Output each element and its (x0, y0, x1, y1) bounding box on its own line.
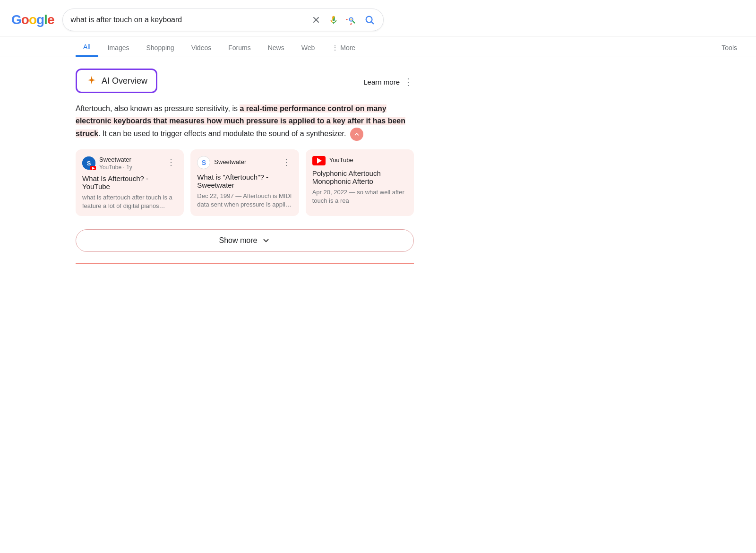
source-age-1: 1y (126, 164, 132, 171)
sweetwater-s-logo: S (197, 156, 210, 169)
collapse-button[interactable] (350, 128, 363, 141)
card-source-info-1: S Sweetwater YouTube · 1y (82, 156, 132, 171)
card-source-info-2: S Sweetwater (197, 156, 246, 169)
card-snippet-3: Apr 20, 2022 — so what well after touch … (312, 188, 407, 205)
tab-all[interactable]: All (76, 38, 98, 57)
youtube-logo (312, 156, 326, 165)
tab-news[interactable]: News (260, 39, 292, 56)
search-button[interactable] (363, 14, 376, 26)
card-snippet-2: Dec 22, 1997 — Aftertouch is MIDI data s… (197, 192, 292, 209)
bottom-divider (76, 263, 414, 264)
ai-spark-icon (86, 75, 98, 87)
card-menu-1[interactable]: ⋮ (165, 156, 177, 168)
chevron-up-icon (353, 131, 360, 138)
lens-button[interactable] (345, 14, 358, 26)
yt-play-icon (317, 158, 322, 164)
tab-more-label: More (340, 44, 355, 52)
card-snippet-1: what is aftertouch after touch is a feat… (82, 193, 177, 210)
lens-icon (346, 15, 357, 25)
card-source-info-3: YouTube (312, 156, 353, 165)
svg-point-3 (351, 18, 352, 20)
google-logo[interactable]: Google (11, 12, 54, 27)
learn-more-link[interactable]: Learn more (363, 78, 400, 86)
source-card-3[interactable]: YouTube Polyphonic Aftertouch Monophonic… (306, 149, 414, 216)
card-source-text-3: YouTube (329, 156, 353, 164)
ai-content-text: Aftertouch, also known as pressure sensi… (76, 103, 414, 141)
search-icons (310, 14, 376, 26)
source-meta-1: YouTube · 1y (99, 164, 132, 171)
source-name-1: Sweetwater (99, 156, 132, 164)
header: Google what is after touch on a keyboard (0, 0, 756, 36)
source-card-1[interactable]: S Sweetwater YouTube · 1y (76, 149, 184, 216)
card-header-2: S Sweetwater ⋮ (197, 156, 292, 169)
microphone-button[interactable] (327, 14, 340, 26)
tab-images[interactable]: Images (100, 39, 137, 56)
ai-menu-button[interactable]: ⋮ (403, 75, 414, 88)
tab-videos[interactable]: Videos (184, 39, 219, 56)
show-more-button[interactable]: Show more (76, 229, 414, 252)
card-title-1: What Is Aftertouch? - YouTube (82, 174, 177, 190)
card-header-1: S Sweetwater YouTube · 1y (82, 156, 177, 171)
source-name-3: YouTube (329, 156, 353, 164)
more-dots-icon: ⋮ (332, 44, 338, 52)
ai-overview-badge: AI Overview (76, 69, 157, 93)
sweetwater-yt-avatar: S (82, 156, 95, 170)
ai-text-after: . It can be used to trigger effects and … (98, 130, 346, 138)
tab-forums[interactable]: Forums (221, 39, 258, 56)
ai-text-before: Aftertouch, also known as pressure sensi… (76, 104, 240, 112)
source-name-2: Sweetwater (214, 158, 246, 166)
card-source-text-1: Sweetwater YouTube · 1y (99, 156, 132, 171)
clear-button[interactable] (310, 14, 322, 26)
ai-overview-title: AI Overview (102, 76, 147, 86)
tab-shopping[interactable]: Shopping (138, 39, 181, 56)
tools-button[interactable]: Tools (714, 39, 745, 56)
source-cards: S Sweetwater YouTube · 1y (76, 149, 414, 216)
card-title-3: Polyphonic Aftertouch Monophonic Afterto (312, 169, 407, 185)
card-title-2: What is "Aftertouch"? - Sweetwater (197, 173, 292, 189)
clear-icon (311, 15, 321, 25)
card-header-3: YouTube (312, 156, 407, 165)
chevron-down-icon (262, 236, 270, 245)
youtube-badge (90, 166, 96, 170)
search-input[interactable]: what is after touch on a keyboard (70, 16, 306, 24)
search-bar: what is after touch on a keyboard (62, 9, 384, 31)
nav-tabs: All Images Shopping Videos Forums News W… (0, 36, 756, 57)
learn-more-row: Learn more ⋮ (363, 75, 414, 88)
card-menu-2[interactable]: ⋮ (280, 156, 292, 168)
main-content: AI Overview Learn more ⋮ Aftertouch, als… (0, 57, 425, 275)
source-card-2[interactable]: S Sweetwater ⋮ What is "Aftertouch"? - S… (190, 149, 299, 216)
microphone-icon (328, 15, 339, 25)
tab-more[interactable]: ⋮ More (324, 39, 363, 56)
source-platform-1: YouTube (99, 164, 121, 171)
search-icon (364, 15, 375, 25)
tab-web[interactable]: Web (294, 39, 323, 56)
card-source-text-2: Sweetwater (214, 158, 246, 166)
show-more-container: Show more (76, 229, 414, 252)
svg-line-5 (372, 22, 374, 24)
show-more-label: Show more (219, 236, 258, 245)
